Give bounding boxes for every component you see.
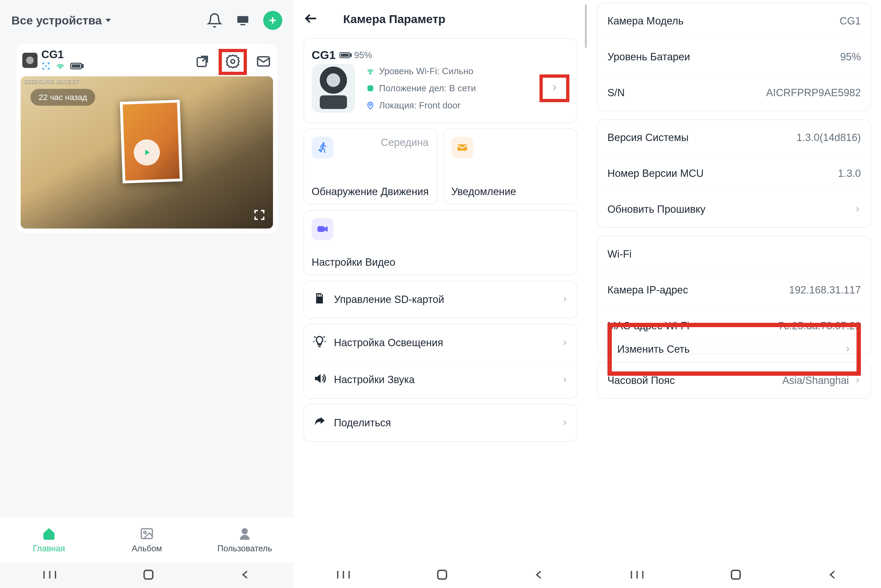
model-row: Камера Модель CG1	[598, 3, 870, 39]
nav-recents-icon[interactable]	[630, 569, 645, 581]
wifi-row: Wi-Fi	[598, 236, 870, 272]
focus-icon	[41, 62, 51, 72]
share-row[interactable]: Поделиться	[304, 405, 577, 441]
change-network-highlight: Изменить Сеть	[607, 323, 861, 376]
ip-row: Камера IP-адрес 192.168.31.117	[598, 272, 870, 308]
svg-rect-26	[731, 570, 740, 579]
chevron-right-icon	[561, 374, 568, 386]
nav-home-icon[interactable]	[436, 568, 449, 582]
location-row: Локация: Front door	[366, 100, 476, 111]
svg-point-10	[144, 531, 146, 534]
tab-user[interactable]: Пользователь	[196, 517, 294, 562]
chevron-right-icon	[561, 417, 568, 429]
svg-rect-24	[320, 294, 322, 297]
snapshot-timestamp: 2023/01/05 19:12:37	[24, 78, 80, 85]
svg-point-18	[370, 104, 371, 106]
settings-highlight	[219, 49, 247, 75]
battery-row: Уровень Батареи 95%	[598, 39, 870, 75]
change-network-row[interactable]: Изменить Сеть	[617, 344, 851, 355]
chevron-right-icon	[854, 375, 861, 386]
motion-state: Середина	[381, 136, 428, 148]
notification-icon	[451, 136, 473, 158]
video-settings-card[interactable]: Настройки Видео	[304, 210, 577, 275]
chevron-right-icon[interactable]	[550, 84, 559, 92]
lightbulb-icon	[313, 335, 326, 351]
sound-row[interactable]: Настройки Звука	[304, 361, 577, 398]
share-label: Поделиться	[334, 417, 391, 429]
nav-back-icon[interactable]	[533, 569, 545, 582]
devices-dropdown[interactable]: Все устройства	[11, 14, 111, 27]
svg-rect-22	[317, 294, 319, 297]
page-title: Камера Параметр	[343, 12, 445, 26]
device-card: CG1 2023/01/05 19:12:37 22 час назад	[16, 44, 277, 233]
tab-home[interactable]: Главная	[0, 517, 98, 562]
device-name: CG1	[41, 48, 84, 61]
camera-thumbnail-icon	[22, 53, 38, 68]
sd-card-icon	[313, 291, 326, 308]
sound-label: Настройки Звука	[334, 374, 415, 386]
bell-icon[interactable]	[207, 12, 223, 28]
lighting-row[interactable]: Настройка Освещения	[304, 324, 577, 361]
sd-card-label: Управление SD-картой	[334, 294, 444, 305]
back-icon[interactable]	[304, 11, 319, 27]
motion-detection-card[interactable]: Середина Обнаружение Движения	[304, 129, 438, 205]
tab-album[interactable]: Альбом	[98, 517, 196, 562]
popout-icon[interactable]	[195, 54, 210, 70]
device-info-card[interactable]: CG1 95% Уровень Wi-Fi: Сильно	[304, 38, 577, 123]
video-icon	[311, 218, 333, 240]
nav-back-icon[interactable]	[827, 569, 839, 582]
notification-card[interactable]: Уведомление	[443, 129, 577, 205]
battery-indicator: 95%	[339, 50, 372, 60]
battery-percent: 95%	[354, 50, 372, 60]
camera-image-icon	[311, 64, 355, 113]
device-name: CG1	[311, 48, 335, 62]
nav-recents-icon[interactable]	[336, 569, 351, 581]
add-device-button[interactable]	[263, 11, 282, 30]
nav-home-icon[interactable]	[729, 568, 742, 582]
motion-label: Обнаружение Движения	[311, 186, 429, 198]
svg-rect-1	[241, 24, 245, 26]
svg-rect-14	[350, 54, 352, 57]
svg-point-7	[231, 60, 235, 63]
lighting-label: Настройка Освещения	[334, 337, 443, 349]
devices-dropdown-label: Все устройства	[11, 14, 102, 27]
video-label: Настройки Видео	[311, 256, 395, 268]
caret-down-icon	[105, 19, 111, 22]
wifi-level-row: Уровень Wi-Fi: Сильно	[366, 66, 476, 76]
svg-rect-0	[238, 16, 248, 23]
device-info-chevron-highlight	[540, 75, 570, 102]
scrollbar[interactable]	[585, 4, 587, 48]
screen-icon[interactable]	[236, 13, 250, 28]
update-firmware-row[interactable]: Обновить Прошивку	[598, 191, 870, 227]
sd-card-row[interactable]: Управление SD-картой	[304, 281, 577, 318]
chevron-right-icon	[561, 337, 568, 349]
motion-icon	[311, 136, 333, 158]
android-nav-bar	[587, 562, 881, 588]
fullscreen-icon[interactable]	[253, 208, 266, 222]
chevron-right-icon	[854, 204, 861, 215]
nav-back-icon[interactable]	[239, 569, 251, 582]
battery-icon	[70, 62, 84, 71]
svg-rect-17	[367, 86, 373, 91]
settings-icon[interactable]	[225, 65, 241, 70]
svg-rect-23	[319, 294, 320, 297]
svg-point-16	[370, 73, 371, 74]
chevron-right-icon	[844, 344, 851, 355]
svg-point-2	[45, 65, 47, 67]
sys-version-row: Версия Системы 1.3.0(14d816)	[598, 120, 870, 155]
android-nav-bar	[294, 562, 587, 588]
play-button[interactable]	[134, 140, 160, 165]
nav-home-icon[interactable]	[142, 568, 155, 582]
svg-rect-12	[144, 570, 153, 579]
svg-rect-25	[438, 570, 447, 579]
mail-icon[interactable]	[256, 54, 271, 70]
tab-home-label: Главная	[33, 544, 65, 554]
svg-rect-5	[72, 64, 80, 68]
nav-recents-icon[interactable]	[42, 569, 57, 581]
bottom-tabbar: Главная Альбом Пользователь	[0, 517, 294, 562]
svg-rect-21	[317, 226, 325, 232]
notification-label: Уведомление	[451, 186, 516, 198]
svg-rect-4	[82, 64, 83, 68]
camera-snapshot[interactable]: 2023/01/05 19:12:37 22 час назад	[21, 76, 273, 228]
tab-user-label: Пользователь	[217, 544, 272, 554]
